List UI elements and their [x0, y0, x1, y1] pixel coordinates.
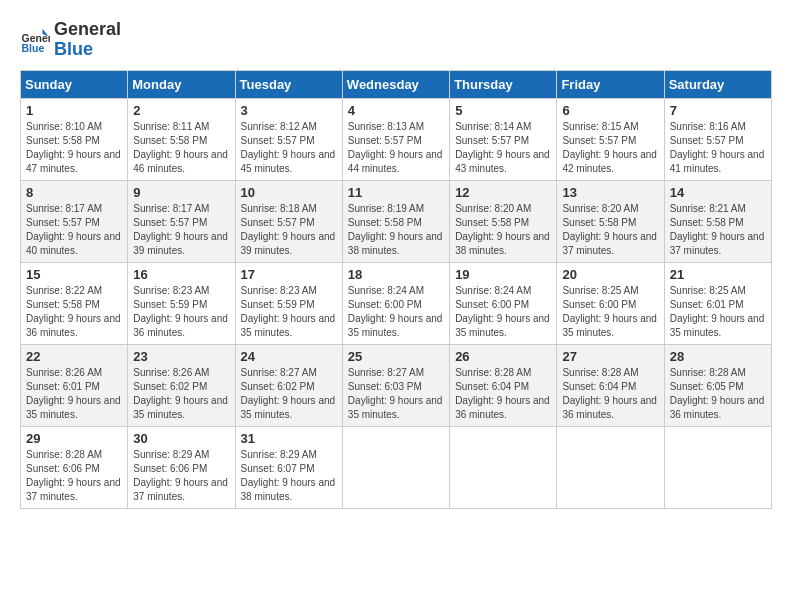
day-number: 5	[455, 103, 551, 118]
logo: General Blue GeneralBlue	[20, 20, 121, 60]
day-number: 16	[133, 267, 229, 282]
calendar-cell: 1 Sunrise: 8:10 AM Sunset: 5:58 PM Dayli…	[21, 98, 128, 180]
calendar-cell: 8 Sunrise: 8:17 AM Sunset: 5:57 PM Dayli…	[21, 180, 128, 262]
day-info: Sunrise: 8:28 AM Sunset: 6:06 PM Dayligh…	[26, 448, 122, 504]
day-info: Sunrise: 8:23 AM Sunset: 5:59 PM Dayligh…	[241, 284, 337, 340]
day-number: 19	[455, 267, 551, 282]
day-info: Sunrise: 8:22 AM Sunset: 5:58 PM Dayligh…	[26, 284, 122, 340]
calendar-body: 1 Sunrise: 8:10 AM Sunset: 5:58 PM Dayli…	[21, 98, 772, 508]
day-number: 10	[241, 185, 337, 200]
day-number: 2	[133, 103, 229, 118]
day-info: Sunrise: 8:17 AM Sunset: 5:57 PM Dayligh…	[26, 202, 122, 258]
day-info: Sunrise: 8:20 AM Sunset: 5:58 PM Dayligh…	[455, 202, 551, 258]
page-header: General Blue GeneralBlue	[20, 20, 772, 60]
calendar-cell: 2 Sunrise: 8:11 AM Sunset: 5:58 PM Dayli…	[128, 98, 235, 180]
day-number: 4	[348, 103, 444, 118]
calendar-cell	[664, 426, 771, 508]
day-info: Sunrise: 8:17 AM Sunset: 5:57 PM Dayligh…	[133, 202, 229, 258]
day-number: 23	[133, 349, 229, 364]
day-info: Sunrise: 8:12 AM Sunset: 5:57 PM Dayligh…	[241, 120, 337, 176]
calendar-cell: 10 Sunrise: 8:18 AM Sunset: 5:57 PM Dayl…	[235, 180, 342, 262]
weekday-header: Tuesday	[235, 70, 342, 98]
day-number: 17	[241, 267, 337, 282]
calendar-cell: 4 Sunrise: 8:13 AM Sunset: 5:57 PM Dayli…	[342, 98, 449, 180]
day-info: Sunrise: 8:11 AM Sunset: 5:58 PM Dayligh…	[133, 120, 229, 176]
calendar-header-row: SundayMondayTuesdayWednesdayThursdayFrid…	[21, 70, 772, 98]
calendar-week-row: 22 Sunrise: 8:26 AM Sunset: 6:01 PM Dayl…	[21, 344, 772, 426]
calendar-week-row: 8 Sunrise: 8:17 AM Sunset: 5:57 PM Dayli…	[21, 180, 772, 262]
calendar-cell: 26 Sunrise: 8:28 AM Sunset: 6:04 PM Dayl…	[450, 344, 557, 426]
calendar-cell: 3 Sunrise: 8:12 AM Sunset: 5:57 PM Dayli…	[235, 98, 342, 180]
calendar-cell	[342, 426, 449, 508]
day-number: 15	[26, 267, 122, 282]
weekday-header: Saturday	[664, 70, 771, 98]
day-number: 31	[241, 431, 337, 446]
day-info: Sunrise: 8:23 AM Sunset: 5:59 PM Dayligh…	[133, 284, 229, 340]
day-info: Sunrise: 8:29 AM Sunset: 6:06 PM Dayligh…	[133, 448, 229, 504]
day-info: Sunrise: 8:27 AM Sunset: 6:03 PM Dayligh…	[348, 366, 444, 422]
calendar-cell: 23 Sunrise: 8:26 AM Sunset: 6:02 PM Dayl…	[128, 344, 235, 426]
weekday-header: Friday	[557, 70, 664, 98]
svg-text:Blue: Blue	[22, 42, 45, 54]
weekday-header: Wednesday	[342, 70, 449, 98]
calendar-week-row: 29 Sunrise: 8:28 AM Sunset: 6:06 PM Dayl…	[21, 426, 772, 508]
day-number: 25	[348, 349, 444, 364]
calendar-cell: 11 Sunrise: 8:19 AM Sunset: 5:58 PM Dayl…	[342, 180, 449, 262]
logo-text: GeneralBlue	[54, 20, 121, 60]
calendar-cell: 28 Sunrise: 8:28 AM Sunset: 6:05 PM Dayl…	[664, 344, 771, 426]
day-info: Sunrise: 8:25 AM Sunset: 6:00 PM Dayligh…	[562, 284, 658, 340]
day-info: Sunrise: 8:14 AM Sunset: 5:57 PM Dayligh…	[455, 120, 551, 176]
day-number: 27	[562, 349, 658, 364]
calendar-cell: 19 Sunrise: 8:24 AM Sunset: 6:00 PM Dayl…	[450, 262, 557, 344]
calendar-cell: 27 Sunrise: 8:28 AM Sunset: 6:04 PM Dayl…	[557, 344, 664, 426]
day-info: Sunrise: 8:13 AM Sunset: 5:57 PM Dayligh…	[348, 120, 444, 176]
day-number: 14	[670, 185, 766, 200]
calendar-cell: 13 Sunrise: 8:20 AM Sunset: 5:58 PM Dayl…	[557, 180, 664, 262]
day-info: Sunrise: 8:28 AM Sunset: 6:04 PM Dayligh…	[455, 366, 551, 422]
day-number: 29	[26, 431, 122, 446]
logo-icon: General Blue	[20, 25, 50, 55]
day-number: 28	[670, 349, 766, 364]
calendar-cell: 12 Sunrise: 8:20 AM Sunset: 5:58 PM Dayl…	[450, 180, 557, 262]
weekday-header: Sunday	[21, 70, 128, 98]
calendar-cell: 31 Sunrise: 8:29 AM Sunset: 6:07 PM Dayl…	[235, 426, 342, 508]
day-info: Sunrise: 8:24 AM Sunset: 6:00 PM Dayligh…	[348, 284, 444, 340]
weekday-header: Thursday	[450, 70, 557, 98]
calendar-cell: 17 Sunrise: 8:23 AM Sunset: 5:59 PM Dayl…	[235, 262, 342, 344]
day-number: 1	[26, 103, 122, 118]
calendar-cell: 9 Sunrise: 8:17 AM Sunset: 5:57 PM Dayli…	[128, 180, 235, 262]
day-number: 11	[348, 185, 444, 200]
calendar-cell: 15 Sunrise: 8:22 AM Sunset: 5:58 PM Dayl…	[21, 262, 128, 344]
day-number: 30	[133, 431, 229, 446]
day-info: Sunrise: 8:28 AM Sunset: 6:05 PM Dayligh…	[670, 366, 766, 422]
day-number: 9	[133, 185, 229, 200]
day-info: Sunrise: 8:16 AM Sunset: 5:57 PM Dayligh…	[670, 120, 766, 176]
calendar-cell: 20 Sunrise: 8:25 AM Sunset: 6:00 PM Dayl…	[557, 262, 664, 344]
day-number: 20	[562, 267, 658, 282]
calendar-cell: 30 Sunrise: 8:29 AM Sunset: 6:06 PM Dayl…	[128, 426, 235, 508]
calendar-cell: 6 Sunrise: 8:15 AM Sunset: 5:57 PM Dayli…	[557, 98, 664, 180]
calendar-table: SundayMondayTuesdayWednesdayThursdayFrid…	[20, 70, 772, 509]
calendar-cell: 24 Sunrise: 8:27 AM Sunset: 6:02 PM Dayl…	[235, 344, 342, 426]
day-number: 26	[455, 349, 551, 364]
day-number: 22	[26, 349, 122, 364]
calendar-cell	[450, 426, 557, 508]
calendar-cell: 14 Sunrise: 8:21 AM Sunset: 5:58 PM Dayl…	[664, 180, 771, 262]
weekday-header: Monday	[128, 70, 235, 98]
day-info: Sunrise: 8:27 AM Sunset: 6:02 PM Dayligh…	[241, 366, 337, 422]
day-info: Sunrise: 8:28 AM Sunset: 6:04 PM Dayligh…	[562, 366, 658, 422]
calendar-cell: 16 Sunrise: 8:23 AM Sunset: 5:59 PM Dayl…	[128, 262, 235, 344]
calendar-cell: 22 Sunrise: 8:26 AM Sunset: 6:01 PM Dayl…	[21, 344, 128, 426]
day-info: Sunrise: 8:18 AM Sunset: 5:57 PM Dayligh…	[241, 202, 337, 258]
day-info: Sunrise: 8:29 AM Sunset: 6:07 PM Dayligh…	[241, 448, 337, 504]
day-number: 6	[562, 103, 658, 118]
day-number: 24	[241, 349, 337, 364]
day-number: 3	[241, 103, 337, 118]
calendar-cell: 7 Sunrise: 8:16 AM Sunset: 5:57 PM Dayli…	[664, 98, 771, 180]
calendar-cell: 21 Sunrise: 8:25 AM Sunset: 6:01 PM Dayl…	[664, 262, 771, 344]
day-info: Sunrise: 8:24 AM Sunset: 6:00 PM Dayligh…	[455, 284, 551, 340]
day-number: 8	[26, 185, 122, 200]
calendar-cell: 25 Sunrise: 8:27 AM Sunset: 6:03 PM Dayl…	[342, 344, 449, 426]
day-number: 18	[348, 267, 444, 282]
day-info: Sunrise: 8:20 AM Sunset: 5:58 PM Dayligh…	[562, 202, 658, 258]
